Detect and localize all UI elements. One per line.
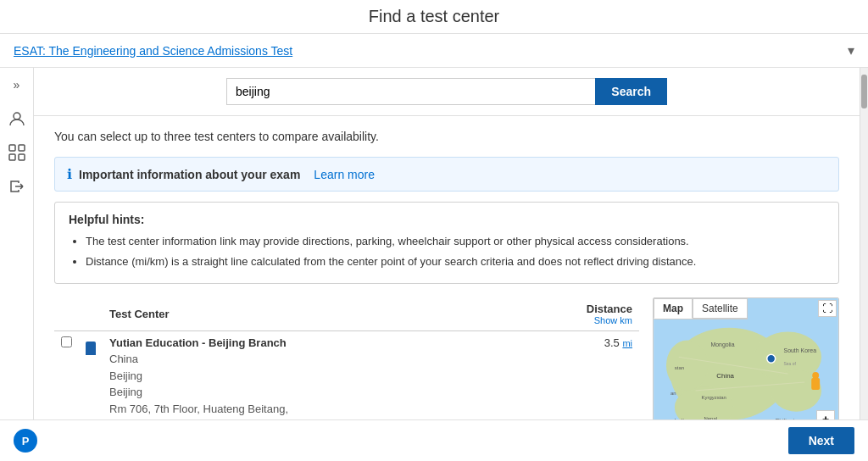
search-button[interactable]: Search [595,78,667,105]
svg-text:South Korea: South Korea [784,347,817,353]
page-title: Find a test center [369,7,500,26]
row-checkbox-1[interactable] [61,336,72,347]
col-distance: Distance Show km [521,297,639,331]
svg-point-15 [812,372,819,379]
distance-val-1: 3.5 mi [521,331,639,420]
top-header: Find a test center [0,0,868,34]
chevron-down-icon[interactable]: ▾ [848,42,854,58]
zoom-in-button[interactable]: + [817,411,834,419]
hints-list: The test center information link may pro… [69,233,825,269]
svg-rect-2 [19,145,25,151]
svg-text:China: China [716,372,734,380]
info-box: ℹ Important information about your exam … [54,157,839,192]
checkbox-cell-1[interactable] [54,331,79,420]
learn-more-link[interactable]: Learn more [314,168,375,181]
inner-content: You can select up to three test centers … [34,116,860,419]
info-icon: ℹ [67,166,72,182]
svg-text:an: an [670,391,676,396]
subtitle-bar: ESAT: The Engineering and Science Admiss… [0,34,868,68]
results-map-container: Test Center Distance Show km [54,297,839,419]
svg-rect-3 [9,154,15,160]
table-row: Yutian Education - Beijing Branch ChinaB… [54,331,639,420]
tab-map[interactable]: Map [654,298,693,319]
bottom-footer: P Next [0,419,868,461]
user-icon[interactable] [7,108,27,129]
scrollbar[interactable] [860,68,868,419]
next-button[interactable]: Next [788,427,854,454]
svg-point-0 [14,113,20,119]
svg-text:Sea of: Sea of [784,362,797,366]
hint-item-1: The test center information link may pro… [86,233,825,250]
svg-text:Philippines: Philippines [776,418,804,419]
flag-cell-1 [79,331,103,420]
map-panel: Map Satellite ⛶ [653,297,839,419]
network-icon[interactable] [7,142,27,163]
center-name-1: Yutian Education - Beijing Branch [109,336,515,349]
svg-text:Kyrgyzstan: Kyrgyzstan [702,395,726,400]
hint-item-2: Distance (mi/km) is a straight line calc… [86,253,825,270]
main-container: » Sear [0,68,868,419]
results-panel: Test Center Distance Show km [54,297,639,419]
results-table: Test Center Distance Show km [54,297,639,419]
logout-icon[interactable] [7,176,27,197]
svg-rect-14 [811,378,820,390]
show-km-link[interactable]: Show km [528,315,632,325]
pearson-logo: P [14,429,37,453]
svg-rect-4 [19,154,25,160]
hints-title: Helpful hints: [69,213,825,226]
center-info-1: Yutian Education - Beijing Branch ChinaB… [103,331,521,420]
important-info-text: Important information about your exam [79,168,300,181]
distance-unit-1[interactable]: mi [622,338,632,348]
center-country-1: ChinaBeijingBeijingRm 706, 7th Floor, Hu… [109,353,288,419]
content-area: Search You can select up to three test c… [34,68,860,419]
search-input[interactable] [226,78,595,105]
map-flag-1 [86,342,96,355]
map-fullscreen-button[interactable]: ⛶ [818,300,837,317]
col-test-center: Test Center [103,297,521,331]
svg-point-10 [666,341,709,391]
sidebar: » [0,68,34,419]
search-bar: Search [34,68,860,116]
tab-satellite[interactable]: Satellite [693,298,748,319]
select-info-text: You can select up to three test centers … [54,130,839,143]
svg-point-13 [767,354,776,363]
map-tabs: Map Satellite [654,298,748,319]
svg-rect-1 [9,145,15,151]
expand-icon[interactable]: » [7,75,27,95]
svg-text:India: India [675,418,687,419]
svg-text:Mongolia: Mongolia [710,342,734,348]
hints-box: Helpful hints: The test center informati… [54,202,839,284]
map-zoom-controls: + − [816,410,835,419]
scrollbar-thumb[interactable] [861,75,867,108]
exam-title-link[interactable]: ESAT: The Engineering and Science Admiss… [14,44,292,58]
svg-text:stan: stan [675,365,684,370]
svg-text:Nepal: Nepal [704,416,718,419]
search-input-wrapper: Search [226,78,667,105]
